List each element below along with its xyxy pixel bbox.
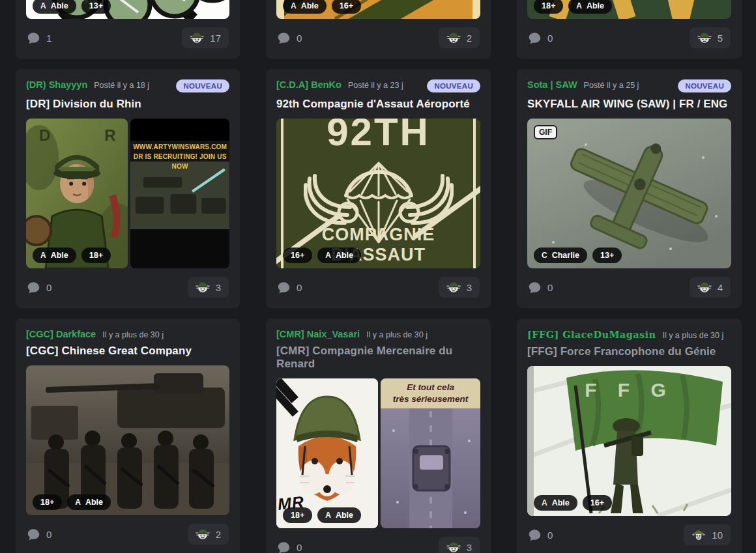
reaction-pill[interactable]: 2 — [188, 524, 229, 545]
soldier-helmet-emoji — [446, 31, 461, 45]
comment-bubble-icon — [277, 541, 291, 553]
post-author[interactable]: [C.D.A] BenKo — [276, 79, 342, 90]
post-author[interactable]: Sota | SAW — [527, 79, 577, 90]
forum-post-card[interactable]: 18+ AAble 0 5 — [517, 0, 742, 59]
tag-able: AAble — [534, 495, 577, 511]
forum-post-card[interactable]: [CGC] Darkface Il y a plus de 30 j [CGC]… — [16, 319, 240, 553]
soldier-helmet-emoji — [697, 31, 712, 45]
reaction-pill[interactable]: 3 — [439, 277, 480, 298]
post-thumbnail[interactable]: AAble 13+ — [26, 0, 229, 19]
new-badge: NOUVEAU — [176, 79, 229, 92]
post-thumbnail[interactable]: MR Et tout cela très sérieusement — [276, 378, 480, 528]
post-title[interactable]: [CGC] Chinese Great Company — [26, 345, 229, 358]
post-title[interactable]: 92th Compagnie d'Assaut Aéroporté — [276, 98, 480, 111]
post-thumbnail[interactable]: GIF CCharlie 13+ — [527, 119, 731, 268]
tag-charlie: CCharlie — [534, 248, 587, 264]
comment-bubble-icon — [27, 281, 40, 294]
reaction-pill[interactable]: 2 — [439, 27, 480, 48]
reaction-count-value: 3 — [467, 542, 472, 553]
tag-age: 18+ — [534, 0, 563, 14]
comment-bubble-icon — [277, 31, 291, 45]
new-badge: NOUVEAU — [427, 79, 480, 92]
comment-count-value: 0 — [297, 33, 302, 44]
post-footer: 0 2 — [276, 27, 480, 48]
post-thumbnail[interactable]: F F G AAble 16+ — [527, 366, 731, 516]
post-thumbnail[interactable]: 18+ AAble — [26, 365, 229, 515]
tag-age: 16+ — [583, 495, 612, 511]
post-author[interactable]: [CMR] Naix_Vasari — [276, 329, 360, 339]
comment-count-value: 0 — [547, 282, 553, 293]
post-header: [CMR] Naix_Vasari Il y a plus de 30 j — [276, 329, 480, 339]
reaction-count-value: 17 — [210, 33, 221, 44]
tag-able: AAble — [33, 248, 76, 264]
post-footer: 0 4 — [527, 277, 731, 298]
post-footer: 0 3 — [276, 277, 480, 298]
soldier-skull-emoji — [691, 528, 706, 542]
post-title[interactable]: [CMR] Compagnie Mercenaire du Renard — [276, 345, 480, 371]
flag-letters: F F G — [527, 379, 731, 401]
forum-post-grid: AAble 13+ 1 17 — [0, 0, 756, 553]
comment-count: 0 — [27, 528, 51, 541]
comment-count: 1 — [27, 31, 51, 45]
post-footer: 0 10 — [527, 524, 731, 545]
comment-count: 0 — [277, 541, 302, 553]
comment-count: 0 — [27, 281, 51, 294]
post-title[interactable]: [FFG] Force Francophone du Génie — [527, 345, 731, 358]
post-thumbnail[interactable]: D R WWW.ARTYWINSWA — [26, 119, 229, 268]
soldier-portrait-image[interactable]: D R — [26, 119, 128, 268]
post-thumbnail[interactable]: 18+ AAble — [527, 0, 731, 19]
tag-able: AAble — [33, 0, 76, 14]
reaction-pill[interactable]: 17 — [182, 27, 229, 48]
reaction-count-value: 3 — [216, 282, 221, 293]
tag-age: 18+ — [33, 494, 62, 511]
post-author[interactable]: (DR) Shayyyn — [26, 79, 87, 90]
tag-age: 13+ — [81, 0, 111, 14]
forum-post-card[interactable]: [CMR] Naix_Vasari Il y a plus de 30 j [C… — [266, 319, 491, 553]
forum-post-card[interactable]: AAble 16+ 0 2 — [266, 0, 491, 59]
post-timestamp: Posté il y a 18 j — [94, 81, 149, 90]
fox-mascot-image[interactable]: MR — [276, 378, 378, 528]
reaction-pill[interactable]: 10 — [684, 524, 731, 545]
soldier-helmet-emoji — [446, 280, 461, 294]
comment-bubble-icon — [277, 281, 291, 294]
forum-post-card[interactable]: Sota | SAW Posté il y a 25 j NOUVEAU SKY… — [517, 69, 742, 308]
forum-post-card[interactable]: [FFG] GlaceDuMagasin Il y a plus de 30 j… — [517, 319, 742, 553]
post-header: Sota | SAW Posté il y a 25 j NOUVEAU — [527, 79, 731, 92]
post-tags: 18+ AAble — [33, 494, 111, 511]
recruiting-screenshot-image[interactable]: WWW.ARTYWINSWARS.COM DR IS RECRUITING! J… — [130, 119, 229, 268]
post-header: (DR) Shayyyn Posté il y a 18 j NOUVEAU — [26, 79, 229, 92]
reaction-pill[interactable]: 3 — [188, 277, 229, 298]
comment-count-value: 0 — [46, 282, 51, 293]
forum-post-card[interactable]: (DR) Shayyyn Posté il y a 18 j NOUVEAU [… — [16, 69, 240, 308]
comment-count-value: 0 — [547, 33, 553, 44]
tag-letter: A — [40, 2, 46, 10]
aircraft-artwork — [527, 119, 731, 268]
soldier-helmet-emoji — [697, 280, 712, 294]
post-title[interactable]: SKYFALL AIR WING (SAW) | FR / ENG — [527, 98, 731, 111]
post-title[interactable]: [DR] Division du Rhin — [26, 98, 229, 111]
tag-age: 13+ — [592, 248, 622, 264]
post-footer: 0 5 — [527, 27, 731, 48]
post-author[interactable]: [CGC] Darkface — [26, 329, 96, 339]
post-thumbnail[interactable]: AAble 16+ — [276, 0, 480, 19]
post-tags: AAble 16+ — [534, 495, 612, 511]
reaction-pill[interactable]: 3 — [439, 537, 480, 553]
forum-post-card[interactable]: AAble 13+ 1 17 — [16, 0, 240, 59]
comment-count: 0 — [528, 31, 553, 45]
reaction-count-value: 2 — [467, 33, 472, 44]
soldier-helmet-emoji — [190, 31, 204, 45]
tag-able: AAble — [283, 0, 327, 14]
comment-count: 0 — [277, 31, 302, 45]
reaction-pill[interactable]: 5 — [690, 27, 731, 48]
post-tags: 18+ AAble — [283, 507, 361, 524]
meme-image[interactable]: Et tout cela très sérieusement — [381, 378, 480, 528]
post-thumbnail[interactable]: 92TH — [276, 119, 480, 268]
forum-post-card[interactable]: [C.D.A] BenKo Posté il y a 23 j NOUVEAU … — [266, 69, 491, 308]
tag-able: AAble — [67, 494, 111, 511]
post-footer: 0 3 — [26, 277, 229, 298]
new-badge: NOUVEAU — [678, 79, 731, 92]
reaction-count-value: 10 — [712, 530, 723, 541]
reaction-count-value: 2 — [216, 529, 221, 540]
post-author[interactable]: [FFG] GlaceDuMagasin — [527, 329, 656, 340]
reaction-pill[interactable]: 4 — [690, 277, 731, 298]
